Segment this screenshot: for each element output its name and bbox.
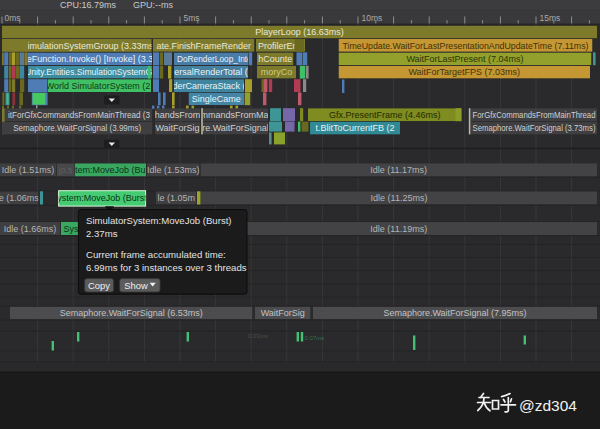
svg-text:derCameraStack (: derCameraStack (: [172, 81, 245, 91]
svg-text:hCounte: hCounte: [258, 54, 292, 64]
svg-text:GPU:--ms: GPU:--ms: [133, 0, 173, 10]
svg-text:Semaphore.WaitForSignal (7.95m: Semaphore.WaitForSignal (7.95ms): [383, 308, 526, 318]
svg-text:mmandsFromMai: mmandsFromMai: [200, 110, 270, 120]
svg-text:Idle (11.25ms): Idle (11.25ms): [371, 193, 428, 203]
svg-text:ProfilerEn: ProfilerEn: [258, 41, 298, 51]
svg-text:eFunction.Invoke() [Invoke] (3: eFunction.Invoke() [Invoke] (3.3: [27, 54, 154, 64]
svg-text:6.99ms for 3 instances over 3: 6.99ms for 3 instances over 3 threads: [86, 262, 247, 273]
svg-text:Gfx.PresentFrame (4.46ms): Gfx.PresentFrame (4.46ms): [329, 110, 441, 120]
svg-text:@zd304: @zd304: [519, 397, 577, 414]
svg-text:SingleCame: SingleCame: [192, 94, 241, 104]
svg-text:SimulatorSystem:MoveJob (Burst: SimulatorSystem:MoveJob (Burst): [86, 215, 232, 226]
svg-text:handsFrom: handsFrom: [155, 110, 201, 120]
svg-text:CPU:16.79ms: CPU:16.79ms: [60, 0, 117, 10]
svg-text:Idle (1.53ms): Idle (1.53ms): [147, 165, 200, 175]
svg-text:SimulationSystemGroup (3.33ms): SimulationSystemGroup (3.33ms): [21, 41, 156, 51]
svg-text:Current frame accumulated time: Current frame accumulated time:: [86, 249, 226, 260]
svg-text:Semaphore.WaitForSignal (3.73m: Semaphore.WaitForSignal (3.73ms): [473, 123, 596, 133]
svg-text:moryCo: moryCo: [261, 67, 293, 77]
svg-text:itForGfxCommandsFromMainThread: itForGfxCommandsFromMainThread (3: [8, 110, 150, 120]
svg-text:re.WaitForSignal: re.WaitForSignal: [202, 123, 269, 133]
svg-text:Idle (11.19ms): Idle (11.19ms): [370, 224, 427, 234]
svg-text:2.37ms: 2.37ms: [86, 228, 118, 239]
svg-text:le (1.05m: le (1.05m: [157, 193, 195, 203]
svg-text:ate.FinishFrameRender: ate.FinishFrameRender: [156, 41, 251, 51]
svg-text:PlayerLoop (16.63ms): PlayerLoop (16.63ms): [255, 27, 344, 37]
svg-text:DoRenderLoop_Inte: DoRenderLoop_Inte: [177, 54, 252, 64]
svg-text:Show: Show: [124, 280, 148, 291]
svg-text:WaitForSig: WaitForSig: [155, 123, 199, 133]
svg-text:Idle (1.66ms): Idle (1.66ms): [4, 224, 57, 234]
svg-text:Semaphore.WaitForSignal (6.53m: Semaphore.WaitForSignal (6.53ms): [60, 308, 203, 318]
svg-text:Copy: Copy: [88, 280, 110, 291]
svg-text:15ms: 15ms: [540, 13, 561, 23]
svg-text:(0.5: (0.5: [58, 166, 72, 175]
svg-text:ForGfxCommandsFromMainThread: ForGfxCommandsFromMainThread: [473, 110, 596, 120]
svg-text:World SimulatorSystem (2.: World SimulatorSystem (2.: [46, 81, 153, 91]
svg-text:ersalRenderTotal (: ersalRenderTotal (: [174, 67, 248, 77]
svg-text:le (1.06ms): le (1.06ms): [0, 193, 42, 203]
svg-text:WaitForSig: WaitForSig: [261, 308, 305, 318]
svg-text:5ms: 5ms: [184, 13, 200, 23]
svg-text:WaitForTargetFPS (7.03ms): WaitForTargetFPS (7.03ms): [408, 67, 520, 77]
svg-text:tem:MoveJob (Bu: tem:MoveJob (Bu: [75, 165, 146, 175]
svg-text:t.BlitToCurrentFB (2: t.BlitToCurrentFB (2: [315, 123, 394, 133]
svg-text:0ms: 0ms: [5, 13, 21, 23]
svg-text:ystem:MoveJob (Burst: ystem:MoveJob (Burst: [57, 193, 147, 203]
svg-text:Idle (11.17ms): Idle (11.17ms): [370, 165, 427, 175]
svg-text:0.07ms: 0.07ms: [305, 335, 325, 341]
svg-text:TimeUpdate.WaitForLastPresenta: TimeUpdate.WaitForLastPresentationAndUpd…: [343, 41, 589, 51]
svg-text:Idle (1.51ms): Idle (1.51ms): [2, 165, 55, 175]
svg-text:Semaphore.WaitForSignal (3.99m: Semaphore.WaitForSignal (3.99ms): [13, 123, 141, 133]
svg-text:WaitForLastPresent (7.04ms): WaitForLastPresent (7.04ms): [406, 54, 523, 64]
svg-text:0.03ms: 0.03ms: [248, 333, 268, 339]
svg-text:Unity.Entities.SimulationSyste: Unity.Entities.SimulationSystemGr: [25, 67, 155, 77]
svg-text:10ms: 10ms: [362, 13, 383, 23]
